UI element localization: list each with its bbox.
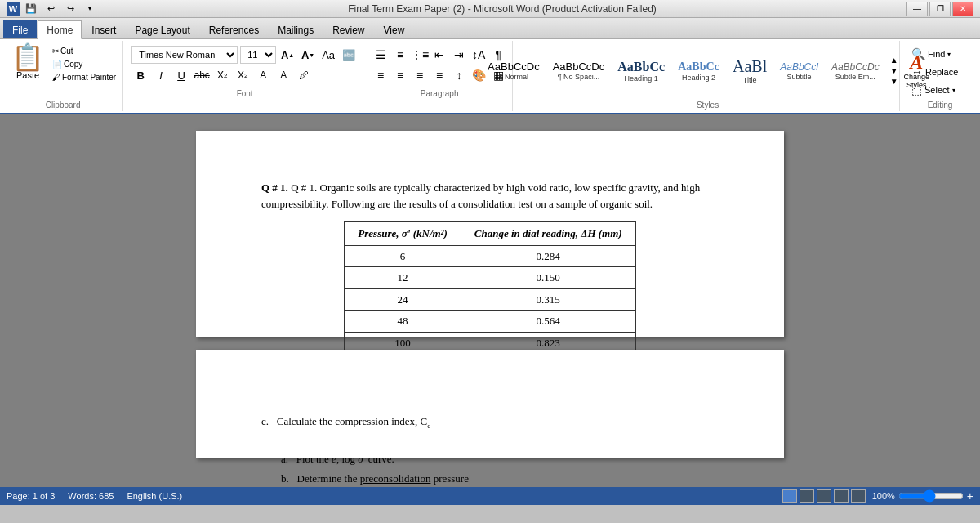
quick-undo-btn[interactable]: ↩	[42, 2, 59, 16]
italic-button[interactable]: I	[152, 66, 170, 84]
clear-format-btn[interactable]: Aa	[319, 46, 337, 64]
tab-file[interactable]: File	[3, 20, 37, 38]
outline-btn[interactable]	[834, 489, 849, 503]
text-highlight-btn[interactable]: A	[254, 66, 272, 84]
full-reading-btn[interactable]	[800, 489, 814, 503]
paste-button[interactable]: 📋 Paste	[8, 42, 47, 82]
title-bar: W 💾 ↩ ↪ ▾ Final Term Exam Paper (2) - Mi…	[0, 0, 980, 18]
table-col2-header: Change in dial reading, ΔH (mm)	[461, 222, 635, 246]
quick-save-btn[interactable]: 💾	[23, 2, 39, 16]
table-row: 24 0.315	[345, 288, 635, 311]
paste-label: Paste	[16, 70, 39, 80]
cut-button[interactable]: ✂ Cut	[51, 46, 118, 56]
tab-home[interactable]: Home	[38, 20, 82, 39]
tab-page-layout[interactable]: Page Layout	[126, 20, 198, 38]
tab-mailings[interactable]: Mailings	[269, 20, 323, 38]
editing-group-label: Editing	[928, 99, 953, 110]
page-count[interactable]: Page: 1 of 3	[7, 491, 55, 501]
title-text: Final Term Exam Paper (2) - Microsoft Wo…	[98, 3, 906, 15]
language[interactable]: English (U.S.)	[127, 491, 182, 501]
styles-group: AaBbCcDc ¶ Normal AaBbCcDc ¶ No Spaci...…	[516, 41, 900, 111]
font-name-select[interactable]: Times New Roman Calibri Arial	[131, 46, 238, 64]
close-btn[interactable]: ✕	[952, 2, 973, 16]
minimize-btn[interactable]: —	[906, 2, 928, 16]
superscript-button[interactable]: X2	[234, 66, 252, 84]
tab-references[interactable]: References	[200, 20, 268, 38]
quick-redo-btn[interactable]: ↪	[62, 2, 78, 16]
multilevel-list-btn[interactable]: ⋮≡	[411, 46, 429, 64]
font-group: Times New Roman Calibri Arial 11 10 12 1…	[127, 41, 363, 111]
grow-font-btn[interactable]: A▲	[278, 46, 296, 64]
find-label: Find	[928, 49, 945, 59]
print-layout-btn[interactable]	[782, 489, 797, 503]
shrink-font-btn[interactable]: A▼	[299, 46, 317, 64]
decrease-indent-btn[interactable]: ⇤	[430, 46, 448, 64]
find-dropdown[interactable]: ▾	[947, 51, 951, 58]
word-icon: W	[7, 2, 20, 16]
document-area: Q # 1. Q # 1. Organic soils are typicall…	[0, 114, 980, 487]
pressure-4: 48	[345, 311, 461, 333]
answer-c: c. Calculate the compression index, Cc	[261, 415, 719, 430]
style-heading1-label: Heading 1	[625, 74, 658, 83]
word-count[interactable]: Words: 685	[68, 491, 114, 501]
format-painter-button[interactable]: 🖌 Format Painter	[51, 72, 118, 83]
binoculars-icon: 🔍	[911, 47, 925, 60]
align-right-btn[interactable]: ≡	[411, 66, 429, 84]
styles-more[interactable]: ▼	[890, 77, 898, 86]
styles-scroll-down[interactable]: ▼	[890, 66, 898, 75]
style-subtitle[interactable]: AaBbCcl Subtitle	[774, 47, 824, 95]
preconsolidation-text: preconsolidation	[360, 472, 431, 485]
view-buttons	[782, 489, 866, 503]
tab-view[interactable]: View	[375, 20, 414, 38]
underline-button[interactable]: U	[172, 66, 190, 84]
font-color-btn[interactable]: A	[274, 66, 292, 84]
draft-btn[interactable]	[851, 489, 866, 503]
style-normal-label: ¶ Normal	[499, 73, 528, 81]
style-subtle-em-label: Subtle Em...	[835, 73, 875, 81]
strikethrough-button[interactable]: abc	[193, 66, 211, 84]
web-layout-btn[interactable]	[817, 489, 831, 503]
align-left-btn[interactable]: ≡	[372, 66, 390, 84]
style-no-spacing[interactable]: AaBbCcDc ¶ No Spaci...	[547, 47, 611, 95]
table-col1-header: Pressure, σ' (kN/m²)	[345, 222, 461, 246]
editing-group: 🔍 Find ▾ ↔ Replace ⬚ Select ▾ Editing	[903, 41, 977, 111]
style-normal[interactable]: AaBbCcDc ¶ Normal	[482, 47, 546, 95]
style-subtle-em[interactable]: AaBbCcDc Subtle Em...	[826, 47, 885, 95]
status-left: Page: 1 of 3 Words: 685 English (U.S.)	[7, 491, 182, 501]
style-heading1[interactable]: AaBbCc Heading 1	[612, 47, 670, 95]
tab-insert[interactable]: Insert	[82, 20, 125, 38]
style-title-preview: AaBl	[733, 57, 767, 76]
maximize-btn[interactable]: ❐	[929, 2, 951, 16]
numbering-btn[interactable]: ≡	[391, 46, 409, 64]
line-spacing-btn[interactable]: ↕	[450, 66, 468, 84]
find-button[interactable]: 🔍 Find ▾	[908, 46, 961, 62]
bullets-btn[interactable]: ☰	[372, 46, 390, 64]
text-shading-btn[interactable]: 🖊	[295, 66, 313, 84]
change-4: 0.564	[461, 311, 635, 333]
zoom-slider[interactable]	[898, 489, 964, 503]
window-controls: — ❐ ✕	[906, 2, 973, 16]
replace-button[interactable]: ↔ Replace	[908, 64, 961, 80]
text-effects-btn[interactable]: 🔤	[340, 46, 358, 64]
font-size-select[interactable]: 11 10 12 14	[240, 46, 276, 64]
styles-scroll-up[interactable]: ▲	[890, 56, 898, 65]
format-painter-icon: 🖌	[52, 73, 60, 82]
copy-button[interactable]: 📄 Copy	[51, 59, 118, 69]
style-heading2[interactable]: AaBbCc Heading 2	[672, 47, 725, 95]
increase-indent-btn[interactable]: ⇥	[450, 46, 468, 64]
style-subtitle-label: Subtitle	[787, 73, 812, 81]
justify-btn[interactable]: ≡	[430, 66, 448, 84]
select-button[interactable]: ⬚ Select ▾	[908, 82, 961, 98]
style-heading1-preview: AaBbCc	[617, 60, 665, 74]
tab-review[interactable]: Review	[323, 20, 373, 38]
quick-dropdown-btn[interactable]: ▾	[82, 2, 98, 16]
style-title[interactable]: AaBl Title	[727, 47, 773, 95]
align-center-btn[interactable]: ≡	[391, 66, 409, 84]
replace-label: Replace	[925, 67, 958, 77]
style-subtle-em-preview: AaBbCcDc	[831, 61, 880, 73]
select-dropdown[interactable]: ▾	[952, 87, 956, 94]
bold-button[interactable]: B	[131, 66, 149, 84]
title-left: W 💾 ↩ ↪ ▾	[7, 2, 98, 16]
zoom-plus[interactable]: +	[967, 489, 973, 503]
subscript-button[interactable]: X2	[213, 66, 231, 84]
